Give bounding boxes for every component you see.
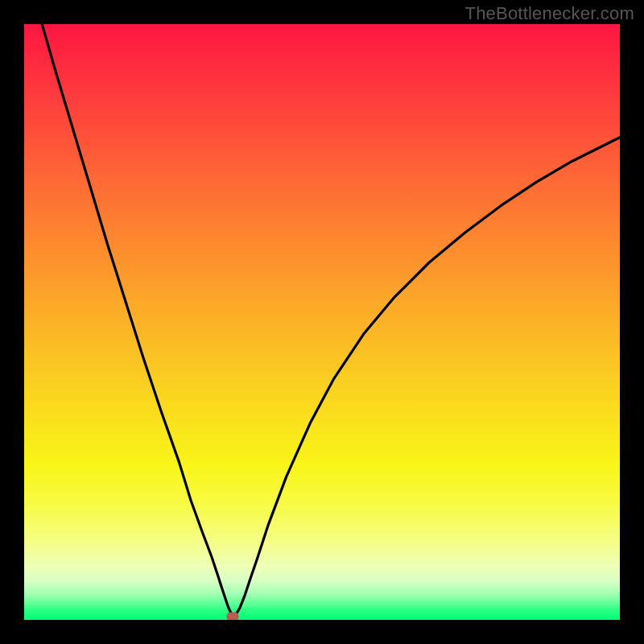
minimum-marker [227,612,239,620]
bottleneck-curve [24,24,620,620]
curve-path [42,24,620,615]
watermark-text: TheBottlenecker.com [465,3,634,24]
chart-frame: TheBottlenecker.com [0,0,644,644]
plot-area [24,24,620,620]
